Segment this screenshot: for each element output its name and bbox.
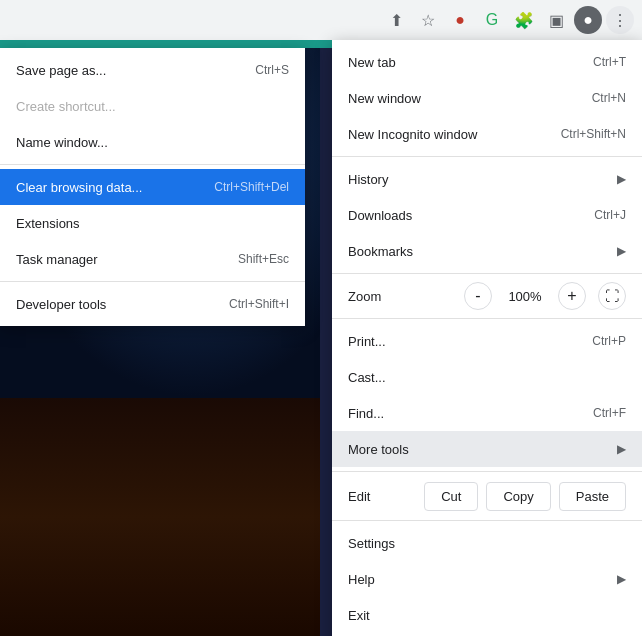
extensions-item[interactable]: Extensions (0, 205, 305, 241)
extension2-icon[interactable]: G (478, 6, 506, 34)
edit-label: Edit (348, 489, 416, 504)
divider-5 (332, 520, 642, 521)
bookmark-icon[interactable]: ☆ (414, 6, 442, 34)
divider-4 (332, 471, 642, 472)
settings-label: Settings (348, 536, 626, 551)
save-page-label: Save page as... (16, 63, 255, 78)
bookmarks-label: Bookmarks (348, 244, 617, 259)
history-label: History (348, 172, 617, 187)
clear-browsing-item[interactable]: Clear browsing data... Ctrl+Shift+Del (0, 169, 305, 205)
developer-tools-label: Developer tools (16, 297, 229, 312)
find-shortcut: Ctrl+F (593, 406, 626, 420)
new-tab-label: New tab (348, 55, 593, 70)
zoom-controls: - 100% + ⛶ (464, 282, 626, 310)
new-tab-item[interactable]: New tab Ctrl+T (332, 44, 642, 80)
new-tab-shortcut: Ctrl+T (593, 55, 626, 69)
zoom-out-button[interactable]: - (464, 282, 492, 310)
more-tools-arrow: ▶ (617, 442, 626, 456)
cast-item[interactable]: Cast... (332, 359, 642, 395)
sidebar-icon[interactable]: ▣ (542, 6, 570, 34)
more-tools-label: More tools (348, 442, 617, 457)
menu-icon[interactable]: ⋮ (606, 6, 634, 34)
zoom-value: 100% (504, 289, 546, 304)
new-window-shortcut: Ctrl+N (592, 91, 626, 105)
cut-button[interactable]: Cut (424, 482, 478, 511)
task-manager-label: Task manager (16, 252, 238, 267)
extension1-icon[interactable]: ● (446, 6, 474, 34)
history-arrow: ▶ (617, 172, 626, 186)
save-page-item[interactable]: Save page as... Ctrl+S (0, 52, 305, 88)
extensions-label: Extensions (16, 216, 289, 231)
downloads-item[interactable]: Downloads Ctrl+J (332, 197, 642, 233)
sub-divider-2 (0, 281, 305, 282)
new-incognito-shortcut: Ctrl+Shift+N (561, 127, 626, 141)
more-tools-item[interactable]: More tools ▶ (332, 431, 642, 467)
more-tools-submenu: Save page as... Ctrl+S Create shortcut..… (0, 48, 305, 326)
exit-label: Exit (348, 608, 626, 623)
print-shortcut: Ctrl+P (592, 334, 626, 348)
developer-tools-item[interactable]: Developer tools Ctrl+Shift+I (0, 286, 305, 322)
clear-browsing-shortcut: Ctrl+Shift+Del (214, 180, 289, 194)
history-item[interactable]: History ▶ (332, 161, 642, 197)
edit-row: Edit Cut Copy Paste (332, 476, 642, 516)
divider-2 (332, 273, 642, 274)
copy-button[interactable]: Copy (486, 482, 550, 511)
paste-button[interactable]: Paste (559, 482, 626, 511)
create-shortcut-label: Create shortcut... (16, 99, 289, 114)
print-item[interactable]: Print... Ctrl+P (332, 323, 642, 359)
clear-browsing-label: Clear browsing data... (16, 180, 214, 195)
city-overlay (0, 398, 320, 636)
create-shortcut-item: Create shortcut... (0, 88, 305, 124)
divider-1 (332, 156, 642, 157)
zoom-label: Zoom (348, 289, 464, 304)
print-label: Print... (348, 334, 592, 349)
zoom-row: Zoom - 100% + ⛶ (332, 278, 642, 314)
bookmarks-arrow: ▶ (617, 244, 626, 258)
help-item[interactable]: Help ▶ (332, 561, 642, 597)
divider-3 (332, 318, 642, 319)
find-item[interactable]: Find... Ctrl+F (332, 395, 642, 431)
developer-tools-shortcut: Ctrl+Shift+I (229, 297, 289, 311)
sub-divider-1 (0, 164, 305, 165)
task-manager-shortcut: Shift+Esc (238, 252, 289, 266)
chrome-menu: New tab Ctrl+T New window Ctrl+N New Inc… (332, 40, 642, 636)
name-window-item[interactable]: Name window... (0, 124, 305, 160)
new-incognito-item[interactable]: New Incognito window Ctrl+Shift+N (332, 116, 642, 152)
help-arrow: ▶ (617, 572, 626, 586)
browser-toolbar: ⬆ ☆ ● G 🧩 ▣ ● ⋮ (0, 0, 642, 40)
share-icon[interactable]: ⬆ (382, 6, 410, 34)
new-window-item[interactable]: New window Ctrl+N (332, 80, 642, 116)
new-incognito-label: New Incognito window (348, 127, 561, 142)
downloads-label: Downloads (348, 208, 594, 223)
puzzle-icon[interactable]: 🧩 (510, 6, 538, 34)
cast-label: Cast... (348, 370, 626, 385)
zoom-in-button[interactable]: + (558, 282, 586, 310)
find-label: Find... (348, 406, 593, 421)
new-window-label: New window (348, 91, 592, 106)
exit-item[interactable]: Exit (332, 597, 642, 633)
downloads-shortcut: Ctrl+J (594, 208, 626, 222)
bookmarks-item[interactable]: Bookmarks ▶ (332, 233, 642, 269)
task-manager-item[interactable]: Task manager Shift+Esc (0, 241, 305, 277)
profile-icon[interactable]: ● (574, 6, 602, 34)
help-label: Help (348, 572, 617, 587)
settings-item[interactable]: Settings (332, 525, 642, 561)
save-page-shortcut: Ctrl+S (255, 63, 289, 77)
fullscreen-button[interactable]: ⛶ (598, 282, 626, 310)
name-window-label: Name window... (16, 135, 289, 150)
